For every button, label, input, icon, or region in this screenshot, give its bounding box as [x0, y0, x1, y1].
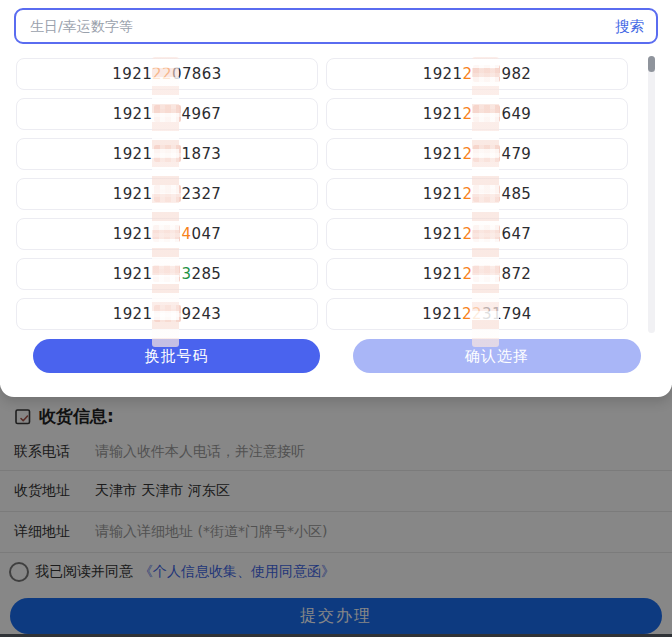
phone-number: 19219243	[113, 305, 222, 323]
masked-digits	[473, 65, 500, 82]
phone-number-card[interactable]: 19212485	[326, 178, 628, 210]
masked-digits	[473, 185, 500, 202]
phone-number-card[interactable]: 19212647	[326, 218, 628, 250]
search-bar[interactable]: 搜索	[14, 8, 658, 44]
phone-number: 19211873	[113, 145, 222, 163]
phone-number-card[interactable]: 19214047	[16, 218, 318, 250]
phone-number-card[interactable]: 19212872	[326, 258, 628, 290]
order-form-icon	[14, 408, 32, 426]
phone-number-card[interactable]: 19212207863	[16, 58, 318, 90]
masked-digits	[154, 105, 181, 122]
phone-number: 19212231794	[422, 305, 531, 323]
phone-number: 19212649	[423, 105, 532, 123]
masked-digits	[153, 225, 180, 242]
masked-digits	[473, 265, 500, 282]
masked-digits	[473, 225, 500, 242]
phone-number-card[interactable]: 19213285	[16, 258, 318, 290]
masked-digits	[154, 305, 181, 322]
phone-number: 19212485	[423, 185, 532, 203]
phone-number: 19214967	[113, 105, 222, 123]
number-picker-modal: 搜索 1921220786319214967192118731921232719…	[0, 0, 672, 397]
delivery-section-header: 收货信息:	[14, 405, 114, 428]
phone-number-card[interactable]: 19212231794	[326, 298, 628, 330]
masked-digits	[473, 145, 500, 162]
agreement-row: 我已阅读并同意 《个人信息收集、使用同意函》	[9, 562, 335, 582]
phone-number-card[interactable]: 19219243	[16, 298, 318, 330]
phone-number: 19212327	[113, 185, 222, 203]
confirm-selection-button[interactable]: 确认选择	[353, 339, 641, 373]
detail-address-input[interactable]: 请输入详细地址 (*街道*门牌号*小区)	[95, 523, 327, 541]
masked-digits	[154, 185, 181, 202]
detail-address-row[interactable]: 详细地址 请输入详细地址 (*街道*门牌号*小区)	[0, 512, 672, 553]
phone-number-card[interactable]: 19212479	[326, 138, 628, 170]
delivery-address-value[interactable]: 天津市 天津市 河东区	[95, 482, 230, 500]
phone-number-card[interactable]: 19212327	[16, 178, 318, 210]
delivery-address-label: 收货地址	[14, 482, 95, 500]
agreement-text: 我已阅读并同意	[35, 563, 133, 581]
phone-number-card[interactable]: 19214967	[16, 98, 318, 130]
delivery-info-section: 收货信息: 联系电话 请输入收件本人电话，并注意接听 收货地址 天津市 天津市 …	[0, 385, 672, 637]
delivery-section-title: 收货信息:	[39, 405, 114, 428]
phone-number: 19212982	[423, 65, 532, 83]
agreement-radio[interactable]	[9, 562, 29, 582]
phone-number: 19212647	[423, 225, 532, 243]
search-button[interactable]: 搜索	[615, 17, 644, 36]
phone-number-card[interactable]: 19212982	[326, 58, 628, 90]
masked-digits	[154, 145, 181, 162]
masked-digits	[473, 105, 500, 122]
contact-phone-label: 联系电话	[14, 443, 95, 461]
phone-number: 19212479	[423, 145, 532, 163]
page: 收货信息: 联系电话 请输入收件本人电话，并注意接听 收货地址 天津市 天津市 …	[0, 0, 672, 637]
scrollbar-thumb[interactable]	[648, 56, 655, 72]
agreement-link[interactable]: 《个人信息收集、使用同意函》	[139, 563, 335, 581]
contact-phone-input[interactable]: 请输入收件本人电话，并注意接听	[95, 443, 305, 461]
phone-number-card[interactable]: 19211873	[16, 138, 318, 170]
phone-number-grid: 1921220786319214967192118731921232719214…	[0, 56, 672, 334]
phone-number: 19213285	[113, 265, 222, 283]
scrollbar-track[interactable]	[648, 56, 655, 333]
delivery-address-row[interactable]: 收货地址 天津市 天津市 河东区	[0, 471, 672, 512]
detail-address-label: 详细地址	[14, 523, 95, 541]
search-input[interactable]	[28, 17, 615, 35]
submit-button[interactable]: 提交办理	[10, 598, 662, 634]
phone-number: 19214047	[113, 225, 222, 243]
contact-phone-row[interactable]: 联系电话 请输入收件本人电话，并注意接听	[0, 433, 672, 471]
masked-digits	[153, 265, 180, 282]
phone-number: 19212207863	[112, 65, 221, 83]
change-batch-button[interactable]: 换批号码	[33, 339, 320, 373]
phone-number-card[interactable]: 19212649	[326, 98, 628, 130]
phone-number: 19212872	[423, 265, 532, 283]
